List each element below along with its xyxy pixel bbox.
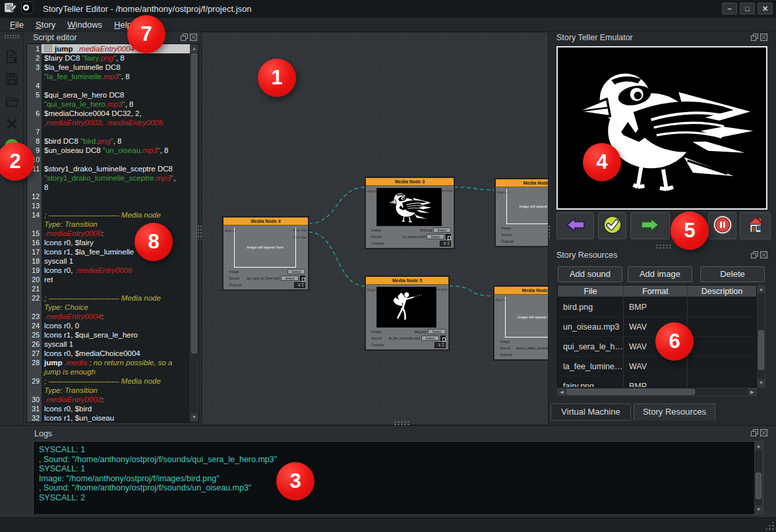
- select-button[interactable]: Select: [427, 234, 444, 239]
- float-icon[interactable]: [751, 251, 758, 258]
- table-row[interactable]: fairy.pngBMP: [558, 376, 756, 388]
- media-node[interactable]: Media Node 2Port InPort OutImage will ap…: [495, 179, 549, 247]
- code-row: 7: [27, 127, 198, 136]
- node-body: Port InPort OutPort OutImage will appear…: [224, 226, 308, 289]
- resources-hscrollbar[interactable]: ◀ ▶: [557, 388, 757, 396]
- code-row: jump is enough: [27, 367, 198, 376]
- outputs-spinner[interactable]: 2▲▼: [294, 282, 305, 288]
- tab-story-resources[interactable]: Story Resources: [634, 403, 715, 421]
- emulator-dock-icons: [751, 34, 767, 41]
- node-field-row: Outputs1▲▼: [371, 240, 451, 247]
- code-row: 12: [27, 192, 198, 201]
- resources-scrollbar[interactable]: ▲ ▼: [757, 285, 765, 388]
- open-folder-icon[interactable]: [3, 93, 20, 110]
- scroll-left-icon[interactable]: ◀: [558, 388, 566, 396]
- select-button[interactable]: Select: [428, 329, 446, 334]
- scroll-down-icon[interactable]: ▼: [755, 506, 762, 514]
- splitter-handle[interactable]: [197, 225, 202, 239]
- code-row: 16lcons r0, $fairy: [27, 238, 198, 247]
- trash-icon[interactable]: [300, 276, 305, 281]
- code-area[interactable]: 1jump .mediaEntry00042$fairy DC8 "fairy.…: [26, 44, 199, 423]
- app-icon: [21, 1, 34, 16]
- field-value: bird.png: [388, 228, 432, 232]
- close-icon[interactable]: [190, 34, 197, 41]
- home-button[interactable]: [740, 212, 771, 239]
- splitter-handle[interactable]: [394, 421, 411, 425]
- tab-virtual-machine[interactable]: Virtual Machine: [551, 403, 631, 421]
- delete-button[interactable]: Delete: [700, 266, 765, 282]
- node-field-row: ImageSelect: [501, 225, 549, 231]
- code-row: 8: [27, 183, 198, 192]
- ok-button[interactable]: [598, 212, 626, 239]
- add-sound-button[interactable]: Add sound: [558, 266, 622, 282]
- toolbar-drag-handle[interactable]: [4, 34, 20, 39]
- log-line: , Sound: "/home/anthony/ostproj/f/sounds…: [39, 455, 758, 465]
- select-button[interactable]: Select: [421, 336, 439, 341]
- table-row[interactable]: bird.pngBMP: [558, 297, 756, 317]
- node-canvas[interactable]: Media Node 4Port InPort OutPort OutImage…: [201, 32, 549, 425]
- menu-windows[interactable]: Windows: [61, 20, 108, 30]
- image-placeholder: Image will appear here: [506, 189, 549, 224]
- scroll-up-icon[interactable]: ▲: [758, 285, 765, 293]
- menu-story[interactable]: Story: [30, 20, 61, 30]
- menu-file[interactable]: File: [4, 20, 30, 30]
- select-button[interactable]: Select: [287, 269, 305, 274]
- column-header[interactable]: File: [558, 285, 624, 297]
- float-icon[interactable]: [751, 34, 758, 41]
- scroll-down-icon[interactable]: ▼: [758, 379, 765, 387]
- column-header[interactable]: Description: [688, 285, 756, 297]
- resize-grip[interactable]: [765, 521, 774, 530]
- trash-icon[interactable]: [446, 234, 451, 239]
- field-label: Outputs: [501, 239, 516, 243]
- scroll-right-icon[interactable]: ▶: [748, 388, 756, 396]
- pause-button[interactable]: [708, 212, 736, 239]
- code-row: "la_fee_luminelle.mp3", 8: [27, 72, 198, 81]
- outputs-spinner[interactable]: 1▲▼: [440, 241, 451, 247]
- minimize-button[interactable]: –: [722, 3, 737, 15]
- trash-icon[interactable]: [440, 336, 446, 341]
- table-cell: [688, 357, 756, 376]
- logs-output[interactable]: SYSCALL: 1, Sound: "/home/anthony/ostpro…: [33, 441, 763, 515]
- code-row: 21: [27, 284, 198, 293]
- select-button[interactable]: Select: [433, 227, 451, 233]
- annotation-circle-8: 8: [134, 223, 173, 261]
- close-button[interactable]: ✕: [758, 3, 773, 15]
- bird-thumbnail: [376, 188, 442, 226]
- add-image-button[interactable]: Add image: [628, 266, 692, 282]
- new-file-icon[interactable]: [3, 48, 20, 65]
- close-icon[interactable]: [760, 251, 767, 258]
- next-button[interactable]: [630, 212, 670, 239]
- scroll-up-icon[interactable]: ▲: [755, 442, 762, 450]
- close-icon[interactable]: [760, 429, 767, 436]
- media-node[interactable]: Media Node 5Port InPort OutImagefairy.pn…: [365, 276, 449, 350]
- cut-icon[interactable]: [3, 115, 20, 133]
- scroll-up-icon[interactable]: ▲: [191, 45, 198, 53]
- outputs-spinner[interactable]: 1▲▼: [434, 342, 446, 348]
- select-button[interactable]: Select: [281, 276, 299, 281]
- float-icon[interactable]: [181, 34, 188, 41]
- table-cell: bird.png: [558, 297, 624, 316]
- maximize-button[interactable]: □: [740, 3, 755, 15]
- table-cell: BMP: [624, 376, 688, 388]
- float-icon[interactable]: [751, 429, 758, 436]
- table-row[interactable]: la_fee_lumine…WAV: [558, 357, 756, 376]
- dock-splitter-handle[interactable]: [655, 244, 672, 249]
- script-scrollbar-thumb[interactable]: [191, 53, 197, 353]
- node-field-row: Outputs2▲▼: [229, 281, 305, 288]
- back-button[interactable]: [556, 212, 594, 239]
- save-icon[interactable]: [3, 71, 20, 88]
- media-node[interactable]: Media Node 4Port InPort OutPort OutImage…: [223, 217, 309, 290]
- media-node[interactable]: Media Node 6Port InPort OutImage will ap…: [494, 286, 549, 360]
- logs-scrollbar[interactable]: ▲ ▼: [754, 442, 763, 514]
- field-value: story1_drako_luminelle_sceptre.mp3: [516, 346, 549, 350]
- code-row: 32lcons r1, $un_oiseau: [27, 413, 198, 423]
- notes-icon: [4, 1, 17, 16]
- image-placeholder: Image will appear here: [505, 297, 549, 338]
- splitter-handle[interactable]: [545, 225, 550, 239]
- log-line: SYSCALL: 1: [39, 464, 758, 474]
- logs-title: Logs: [34, 429, 52, 438]
- close-icon[interactable]: [760, 34, 767, 41]
- scroll-down-icon[interactable]: ▼: [191, 413, 198, 421]
- media-node[interactable]: Media Node 3Port InPort OutImagebird.png…: [365, 177, 454, 249]
- column-header[interactable]: Format: [624, 285, 688, 297]
